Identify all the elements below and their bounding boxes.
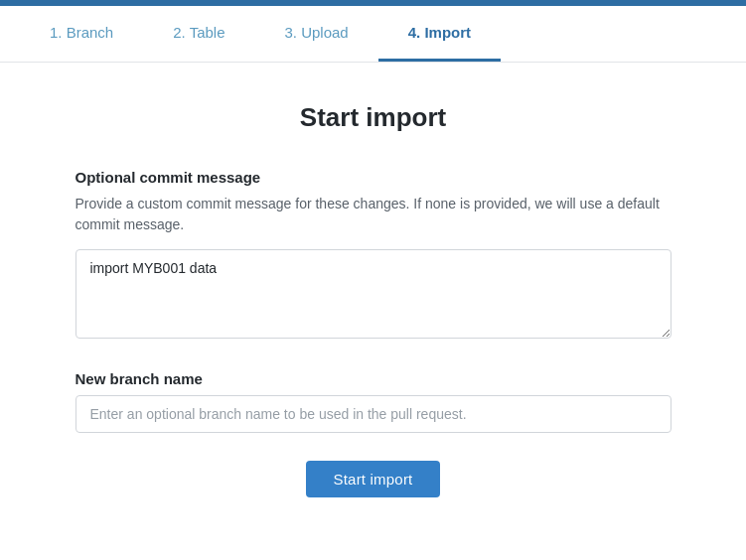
start-import-button[interactable]: Start import [306, 461, 441, 497]
branch-name-input[interactable] [75, 395, 671, 433]
commit-label: Optional commit message [75, 169, 671, 186]
branch-section: New branch name [75, 370, 671, 433]
page-title: Start import [75, 102, 671, 133]
wizard-step-upload[interactable]: 3. Upload [254, 6, 377, 62]
commit-description: Provide a custom commit message for thes… [75, 194, 671, 235]
commit-section: Optional commit message Provide a custom… [75, 169, 671, 343]
commit-message-textarea[interactable]: import MYB001 data [75, 249, 671, 339]
wizard-step-branch[interactable]: 1. Branch [20, 6, 143, 62]
branch-label: New branch name [75, 370, 671, 387]
main-content: Start import Optional commit message Pro… [26, 63, 721, 537]
button-container: Start import [75, 461, 671, 497]
wizard-step-table[interactable]: 2. Table [143, 6, 254, 62]
wizard-navigation: 1. Branch 2. Table 3. Upload 4. Import [0, 6, 746, 63]
wizard-step-import[interactable]: 4. Import [378, 6, 501, 62]
